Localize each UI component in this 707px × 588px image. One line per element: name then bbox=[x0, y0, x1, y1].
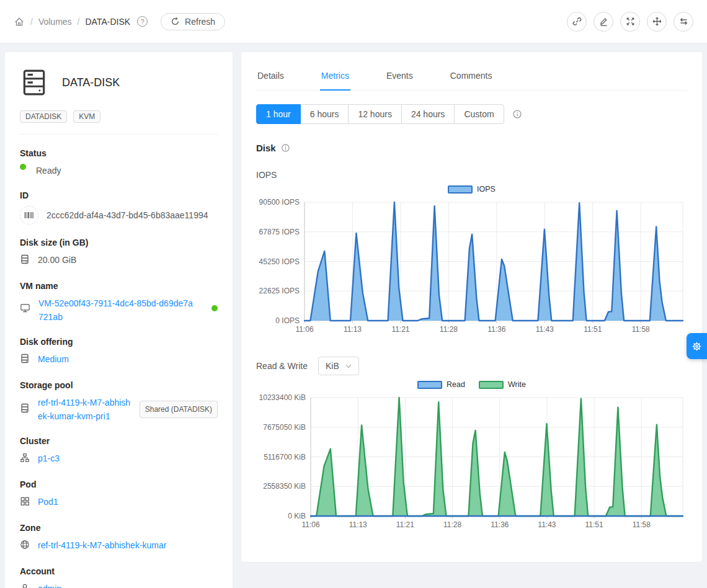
status-label: Status bbox=[20, 148, 218, 158]
svg-text:22625 IOPS: 22625 IOPS bbox=[259, 287, 300, 295]
help-question-icon[interactable]: ? bbox=[137, 16, 148, 27]
svg-text:0 KiB: 0 KiB bbox=[288, 512, 306, 520]
range-info-icon[interactable] bbox=[512, 109, 522, 119]
cluster-link[interactable]: p1-c3 bbox=[38, 452, 60, 465]
iops-legend-label: IOPS bbox=[477, 185, 496, 194]
breadcrumb-current: DATA-DISK bbox=[85, 17, 130, 27]
svg-text:11:28: 11:28 bbox=[443, 520, 461, 529]
disk-offering-link[interactable]: Medium bbox=[38, 352, 69, 366]
home-icon[interactable] bbox=[14, 16, 25, 27]
range-1-hour-button[interactable]: 1 hour bbox=[256, 104, 301, 124]
range-12-hours-button[interactable]: 12 hours bbox=[348, 104, 401, 124]
edit-volume-button[interactable] bbox=[594, 12, 613, 32]
barcode-icon bbox=[20, 206, 38, 225]
tab-metrics[interactable]: Metrics bbox=[320, 61, 350, 91]
header-actions bbox=[567, 12, 693, 32]
read-write-legend: Read Write bbox=[256, 380, 687, 389]
write-legend-label: Write bbox=[508, 380, 526, 389]
svg-text:11:06: 11:06 bbox=[301, 520, 319, 529]
id-label: ID bbox=[20, 190, 218, 200]
resource-detail-panel: DATA-DISK DATADISK KVM Status Ready ID bbox=[5, 52, 233, 588]
storage-pool-label: Storage pool bbox=[20, 380, 218, 390]
disk-section-header: Disk bbox=[256, 143, 687, 153]
iops-chart: 11:0611:1311:2111:2811:3611:4311:5111:58… bbox=[256, 195, 687, 341]
time-range-group: 1 hour 6 hours 12 hours 24 hours Custom bbox=[256, 104, 504, 124]
vm-state-dot bbox=[211, 305, 218, 311]
metrics-panel: Details Metrics Events Comments 1 hour 6… bbox=[241, 52, 702, 562]
svg-text:11:58: 11:58 bbox=[632, 325, 650, 334]
cluster-section: Cluster p1-c3 bbox=[20, 436, 218, 466]
svg-text:11:43: 11:43 bbox=[538, 520, 556, 529]
gear-icon bbox=[691, 341, 703, 352]
legend-item-write[interactable]: Write bbox=[479, 380, 526, 389]
legend-item-iops[interactable]: IOPS bbox=[448, 185, 496, 194]
breadcrumb-separator: / bbox=[30, 17, 33, 27]
attach-volume-button[interactable] bbox=[567, 12, 587, 32]
svg-text:11:51: 11:51 bbox=[584, 325, 602, 334]
account-link[interactable]: admin bbox=[38, 582, 61, 588]
legend-item-read[interactable]: Read bbox=[417, 380, 465, 389]
read-write-title: Read & Write bbox=[256, 361, 308, 371]
range-6-hours-button[interactable]: 6 hours bbox=[300, 104, 349, 124]
disk-info-icon[interactable] bbox=[281, 143, 290, 153]
volume-icon bbox=[20, 68, 48, 97]
svg-text:90500 IOPS: 90500 IOPS bbox=[259, 198, 300, 207]
cluster-label: Cluster bbox=[20, 436, 218, 446]
storage-pool-link[interactable]: ref-trl-4119-k-M7-abhishek-kumar-kvm-pri… bbox=[38, 396, 131, 423]
disk-icon bbox=[20, 254, 30, 268]
tab-comments[interactable]: Comments bbox=[449, 61, 494, 90]
storage-pool-badge: Shared (DATADISK) bbox=[140, 401, 218, 418]
chevron-down-icon bbox=[345, 364, 352, 368]
tag-kvm: KVM bbox=[73, 110, 100, 123]
pod-grid-icon bbox=[20, 496, 30, 510]
read-legend-swatch bbox=[417, 381, 442, 389]
svg-text:11:43: 11:43 bbox=[536, 325, 554, 334]
unit-select-value: KiB bbox=[326, 361, 339, 371]
svg-text:10233400 KiB: 10233400 KiB bbox=[259, 393, 306, 402]
svg-text:11:28: 11:28 bbox=[440, 325, 458, 334]
svg-text:45250 IOPS: 45250 IOPS bbox=[259, 257, 300, 266]
app-window: / Volumes / DATA-DISK ? Refresh bbox=[0, 0, 707, 588]
settings-fab-button[interactable] bbox=[687, 333, 707, 359]
breadcrumb-separator: / bbox=[78, 17, 80, 27]
refresh-button[interactable]: Refresh bbox=[161, 13, 225, 30]
svg-text:67875 IOPS: 67875 IOPS bbox=[259, 228, 300, 236]
cluster-icon bbox=[20, 453, 30, 466]
svg-text:11:58: 11:58 bbox=[633, 520, 651, 529]
pod-link[interactable]: Pod1 bbox=[38, 495, 58, 509]
pod-label: Pod bbox=[20, 479, 218, 489]
range-24-hours-button[interactable]: 24 hours bbox=[401, 104, 455, 124]
breadcrumb-volumes[interactable]: Volumes bbox=[38, 17, 72, 27]
svg-text:0 IOPS: 0 IOPS bbox=[275, 316, 300, 325]
unit-select[interactable]: KiB bbox=[318, 357, 359, 375]
vm-name-label: VM name bbox=[20, 281, 218, 291]
disk-offering-label: Disk offering bbox=[20, 337, 218, 347]
resize-volume-button[interactable] bbox=[620, 12, 640, 32]
disk-offering-icon bbox=[20, 354, 30, 367]
resource-tags: DATADISK KVM bbox=[20, 110, 218, 123]
migrate-volume-button[interactable] bbox=[674, 12, 693, 32]
resource-title: DATA-DISK bbox=[62, 76, 120, 89]
zone-link[interactable]: ref-trl-4119-k-M7-abhishek-kumar bbox=[38, 538, 166, 552]
volume-id-value: 2ccc62dd-af4a-43d7-bd45-6b83aae11994 bbox=[47, 208, 208, 222]
resize-icon bbox=[625, 16, 636, 27]
range-custom-button[interactable]: Custom bbox=[454, 104, 504, 124]
read-write-chart: 11:0611:1311:2111:2811:3611:4311:5111:58… bbox=[256, 390, 687, 536]
iops-legend: IOPS bbox=[256, 185, 687, 194]
status-section: Status Ready bbox=[20, 148, 218, 177]
storage-pool-icon bbox=[20, 403, 30, 417]
id-section: ID 2ccc62dd-af4a-43d7-bd45-6b83aae11994 bbox=[20, 190, 218, 225]
account-label: Account bbox=[20, 566, 218, 576]
vm-name-link[interactable]: VM-52e00f43-7911-4dc4-85bd-d69de7a721ab bbox=[38, 296, 195, 324]
tab-details[interactable]: Details bbox=[256, 61, 285, 90]
zone-section: Zone ref-trl-4119-k-M7-abhishek-kumar bbox=[20, 523, 218, 553]
header-bar: / Volumes / DATA-DISK ? Refresh bbox=[0, 0, 707, 43]
tag-datadisk: DATADISK bbox=[20, 110, 67, 123]
tab-events[interactable]: Events bbox=[385, 61, 414, 90]
link-icon bbox=[572, 16, 582, 27]
account-section: Account admin bbox=[20, 566, 218, 588]
refresh-icon bbox=[171, 17, 180, 26]
move-volume-button[interactable] bbox=[647, 12, 667, 32]
vm-monitor-icon bbox=[20, 303, 30, 317]
svg-text:2558350 KiB: 2558350 KiB bbox=[263, 482, 306, 491]
